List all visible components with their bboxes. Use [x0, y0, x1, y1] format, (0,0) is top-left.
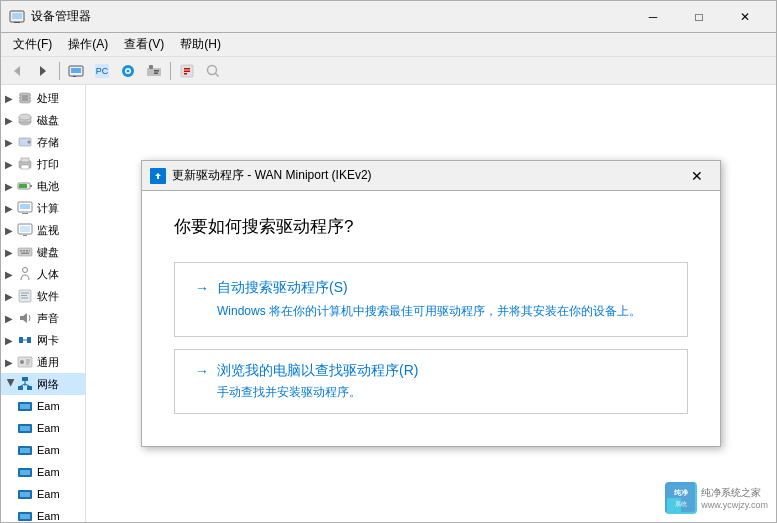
option2-label: 浏览我的电脑以查找驱动程序(R): [217, 362, 418, 380]
toolbar-separator-2: [170, 62, 171, 80]
sidebar-item-software[interactable]: ▶ 软件: [1, 285, 85, 307]
svg-rect-36: [30, 185, 32, 187]
svg-rect-12: [147, 68, 161, 76]
arrow-icon: ▶: [5, 225, 17, 236]
sidebar-item-net5[interactable]: Eam: [1, 483, 85, 505]
close-button[interactable]: ✕: [722, 1, 768, 33]
svg-rect-33: [21, 158, 29, 162]
svg-rect-74: [20, 448, 30, 453]
svg-text:PC: PC: [96, 66, 109, 76]
sidebar-item-net1[interactable]: Eam: [1, 395, 85, 417]
sidebar-item-print[interactable]: ▶ 打印: [1, 153, 85, 175]
svg-rect-40: [22, 213, 28, 214]
toolbar-btn-2[interactable]: PC: [90, 60, 114, 82]
toolbar-btn-4[interactable]: [142, 60, 166, 82]
arrow-icon: ▶: [5, 203, 17, 214]
dialog-app-icon: [150, 168, 166, 184]
menu-view[interactable]: 查看(V): [116, 34, 172, 55]
modal-overlay: 更新驱动程序 - WAN Miniport (IKEv2) ✕ 你要如何搜索驱动…: [86, 85, 776, 522]
svg-point-11: [127, 69, 130, 72]
sidebar-item-computer[interactable]: ▶ 计算: [1, 197, 85, 219]
back-button[interactable]: [5, 60, 29, 82]
svg-rect-64: [18, 386, 23, 390]
sidebar-item-audio[interactable]: ▶ 声音: [1, 307, 85, 329]
sidebar-label-print: 打印: [37, 157, 59, 172]
arrow-icon: ▶: [5, 291, 17, 302]
svg-point-50: [23, 268, 28, 273]
browse-search-option[interactable]: → 浏览我的电脑以查找驱动程序(R) 手动查找并安装驱动程序。: [174, 349, 688, 414]
sidebar-item-network-adapter[interactable]: ▶ 网卡: [1, 329, 85, 351]
sidebar-label-human: 人体: [37, 267, 59, 282]
svg-rect-80: [20, 514, 30, 519]
arrow-icon: ▶: [5, 247, 17, 258]
sidebar-item-battery[interactable]: ▶ 电池: [1, 175, 85, 197]
sidebar-label-disk: 磁盘: [37, 113, 59, 128]
sidebar-label-net5: Eam: [37, 488, 60, 500]
arrow-icon: ▶: [5, 357, 17, 368]
sidebar-item-net6[interactable]: Eam: [1, 505, 85, 522]
svg-rect-76: [20, 470, 30, 475]
sidebar-item-net2[interactable]: Eam: [1, 417, 85, 439]
svg-rect-42: [20, 226, 30, 232]
menu-file[interactable]: 文件(F): [5, 34, 60, 55]
sidebar-item-network[interactable]: ▶ 网络: [1, 373, 85, 395]
sidebar-item-disk[interactable]: ▶ 磁盘: [1, 109, 85, 131]
toolbar-btn-6[interactable]: [201, 60, 225, 82]
svg-point-17: [208, 65, 217, 74]
toolbar: PC: [1, 57, 776, 85]
svg-rect-45: [20, 250, 22, 252]
svg-rect-63: [22, 377, 28, 381]
sidebar-item-keyboard[interactable]: ▶ 键盘: [1, 241, 85, 263]
svg-rect-37: [19, 184, 27, 188]
toolbar-btn-3[interactable]: [116, 60, 140, 82]
arrow-icon: ▶: [5, 159, 17, 170]
title-bar: 设备管理器 ─ □ ✕: [1, 1, 776, 33]
svg-rect-46: [23, 250, 25, 252]
sidebar-label-processor: 处理: [37, 91, 59, 106]
option1-label: 自动搜索驱动程序(S): [217, 279, 348, 297]
toolbar-separator-1: [59, 62, 60, 80]
option2-arrow: →: [195, 363, 209, 379]
sidebar-item-monitor[interactable]: ▶ 监视: [1, 219, 85, 241]
menu-action[interactable]: 操作(A): [60, 34, 116, 55]
forward-button[interactable]: [31, 60, 55, 82]
minimize-button[interactable]: ─: [630, 1, 676, 33]
svg-rect-72: [20, 426, 30, 431]
menu-help[interactable]: 帮助(H): [172, 34, 229, 55]
svg-point-59: [20, 360, 24, 364]
dialog-heading: 你要如何搜索驱动程序?: [174, 215, 688, 238]
sidebar-item-human[interactable]: ▶ 人体: [1, 263, 85, 285]
dialog-close-button[interactable]: ✕: [682, 165, 712, 187]
svg-rect-34: [21, 165, 29, 169]
menu-bar: 文件(F) 操作(A) 查看(V) 帮助(H): [1, 33, 776, 57]
sidebar-item-processor[interactable]: ▶ 处理: [1, 87, 85, 109]
svg-point-31: [28, 141, 31, 144]
svg-rect-78: [20, 492, 30, 497]
toolbar-btn-1[interactable]: [64, 60, 88, 82]
sidebar-label-network: 网络: [37, 377, 59, 392]
option1-arrow: →: [195, 280, 209, 296]
arrow-icon: ▶: [5, 313, 17, 324]
arrow-icon: ▶: [5, 93, 17, 104]
content-area: ▶ 处理 ▶: [1, 85, 776, 522]
svg-rect-6: [71, 68, 81, 73]
toolbar-btn-5[interactable]: [175, 60, 199, 82]
sidebar-item-storage[interactable]: ▶ 存储: [1, 131, 85, 153]
sidebar-label-net6: Eam: [37, 510, 60, 522]
sidebar-label-audio: 声音: [37, 311, 59, 326]
arrow-icon: ▶: [5, 181, 17, 192]
sidebar-item-net4[interactable]: Eam: [1, 461, 85, 483]
auto-search-option[interactable]: → 自动搜索驱动程序(S) Windows 将在你的计算机中搜索最佳可用驱动程序…: [174, 262, 688, 337]
svg-rect-2: [14, 22, 20, 23]
svg-point-29: [19, 114, 31, 120]
dialog-content: 你要如何搜索驱动程序? → 自动搜索驱动程序(S) Windows 将在你的计算…: [142, 191, 720, 446]
update-driver-dialog: 更新驱动程序 - WAN Miniport (IKEv2) ✕ 你要如何搜索驱动…: [141, 160, 721, 447]
svg-rect-44: [18, 248, 32, 256]
sidebar-item-universal[interactable]: ▶ 通用: [1, 351, 85, 373]
sidebar-label-universal: 通用: [37, 355, 59, 370]
option2-title: → 浏览我的电脑以查找驱动程序(R): [195, 362, 667, 380]
sidebar-item-net3[interactable]: Eam: [1, 439, 85, 461]
maximize-button[interactable]: □: [676, 1, 722, 33]
svg-rect-51: [19, 290, 31, 302]
dialog-title-bar: 更新驱动程序 - WAN Miniport (IKEv2) ✕: [142, 161, 720, 191]
